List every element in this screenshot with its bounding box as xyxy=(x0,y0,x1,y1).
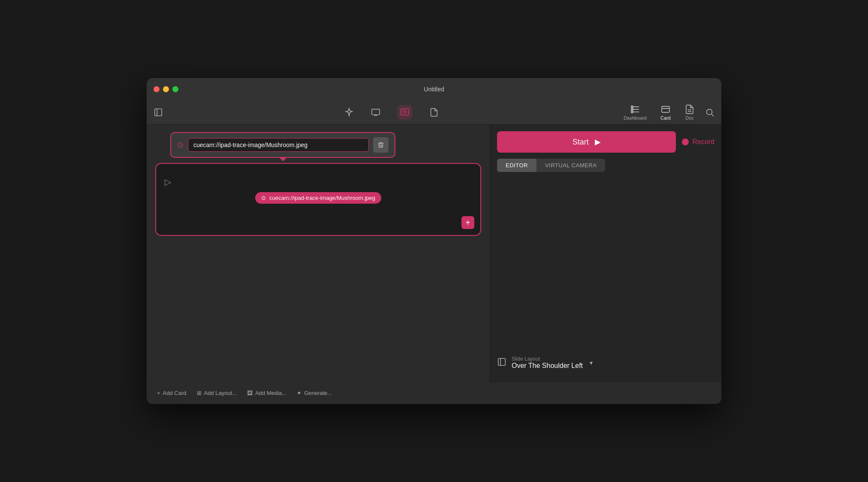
active-tool-icon[interactable] xyxy=(398,105,412,120)
dashboard-nav-item[interactable]: Dashboard xyxy=(620,102,650,122)
card-label: Card xyxy=(660,115,671,120)
svg-rect-0 xyxy=(155,108,162,116)
url-input[interactable] xyxy=(188,138,369,152)
add-media-icon: 🖼 xyxy=(247,390,253,396)
screen-tool-icon[interactable] xyxy=(371,108,380,117)
sidebar-toggle-icon[interactable] xyxy=(154,108,163,117)
add-media-action[interactable]: 🖼 Add Media... xyxy=(247,390,286,396)
doc-nav-item[interactable]: Doc xyxy=(681,102,698,122)
tab-row: EDITOR VIRTUAL CAMERA xyxy=(497,159,714,172)
record-dot-icon xyxy=(682,139,689,145)
url-target-icon: ⊙ xyxy=(177,140,184,150)
svg-line-17 xyxy=(711,114,714,116)
start-button[interactable]: Start ▶ xyxy=(497,131,676,153)
pen-tool-icon[interactable] xyxy=(344,108,354,117)
tab-virtual-camera[interactable]: VIRTUAL CAMERA xyxy=(536,159,605,172)
bottom-bar: + Add Card ⊞ Add Layout... 🖼 Add Media..… xyxy=(147,382,721,404)
file-tool-icon[interactable] xyxy=(429,108,439,117)
close-button[interactable] xyxy=(154,86,160,92)
url-popup: ⊙ xyxy=(170,132,395,158)
svg-rect-18 xyxy=(498,358,506,365)
start-play-icon: ▶ xyxy=(595,137,601,147)
traffic-lights xyxy=(154,86,178,92)
start-label: Start xyxy=(573,138,589,147)
slide-layout-icon xyxy=(497,357,506,369)
search-icon[interactable] xyxy=(705,108,714,117)
card-add-button[interactable]: + xyxy=(461,216,474,229)
title-bar: Untitled xyxy=(147,78,721,100)
slide-layout-section[interactable]: Slide Layout Over The Shoulder Left ▾ xyxy=(497,351,714,375)
tab-editor[interactable]: EDITOR xyxy=(497,159,536,172)
main-content: ⊙ ▷ ⊙ cuecam://ipad-trace-image/Mushroom xyxy=(147,124,721,382)
right-panel: Start ▶ Record EDITOR VIRTUAL CAMERA xyxy=(490,124,721,382)
card-area: ▷ ⊙ cuecam://ipad-trace-image/Mushroom.j… xyxy=(155,163,481,236)
doc-label: Doc xyxy=(685,115,694,120)
generate-icon: ✦ xyxy=(297,390,301,396)
add-media-label: Add Media... xyxy=(255,390,286,396)
app-window: Untitled xyxy=(147,78,721,404)
slide-layout-chevron-icon: ▾ xyxy=(590,359,593,366)
dashboard-label: Dashboard xyxy=(624,115,647,120)
svg-point-16 xyxy=(707,109,712,114)
card-url-badge: ⊙ cuecam://ipad-trace-image/Mushroom.jpe… xyxy=(255,192,381,204)
record-button[interactable]: Record xyxy=(682,136,714,148)
toolbar: Dashboard Card Doc xyxy=(147,100,721,124)
record-label: Record xyxy=(692,138,714,146)
play-icon[interactable]: ▷ xyxy=(165,177,171,187)
top-row: Start ▶ Record xyxy=(497,131,714,153)
right-spacer xyxy=(497,178,714,345)
add-layout-icon: ⊞ xyxy=(197,390,202,396)
card-nav-item[interactable]: Card xyxy=(657,102,674,122)
window-title: Untitled xyxy=(424,86,444,93)
toolbar-center xyxy=(163,105,620,120)
slide-layout-label: Slide Layout xyxy=(512,356,583,362)
generate-action[interactable]: ✦ Generate... xyxy=(297,390,332,396)
generate-label: Generate... xyxy=(304,390,332,396)
svg-rect-2 xyxy=(372,109,380,114)
url-delete-button[interactable] xyxy=(373,137,389,153)
svg-rect-12 xyxy=(662,106,669,112)
toolbar-right: Dashboard Card Doc xyxy=(620,102,714,122)
add-layout-action[interactable]: ⊞ Add Layout... xyxy=(197,390,237,396)
add-card-action[interactable]: + Add Card xyxy=(157,390,187,396)
maximize-button[interactable] xyxy=(172,86,178,92)
add-card-plus-icon: + xyxy=(157,390,160,396)
left-panel: ⊙ ▷ ⊙ cuecam://ipad-trace-image/Mushroom xyxy=(147,124,490,382)
card-target-icon: ⊙ xyxy=(261,195,266,201)
slide-layout-value: Over The Shoulder Left xyxy=(512,362,583,370)
add-layout-label: Add Layout... xyxy=(204,390,237,396)
slide-layout-text: Slide Layout Over The Shoulder Left xyxy=(512,356,583,370)
toolbar-left xyxy=(154,108,163,117)
minimize-button[interactable] xyxy=(163,86,169,92)
card-url-text: cuecam://ipad-trace-image/Mushroom.jpeg xyxy=(269,195,375,201)
add-card-label: Add Card xyxy=(163,390,187,396)
